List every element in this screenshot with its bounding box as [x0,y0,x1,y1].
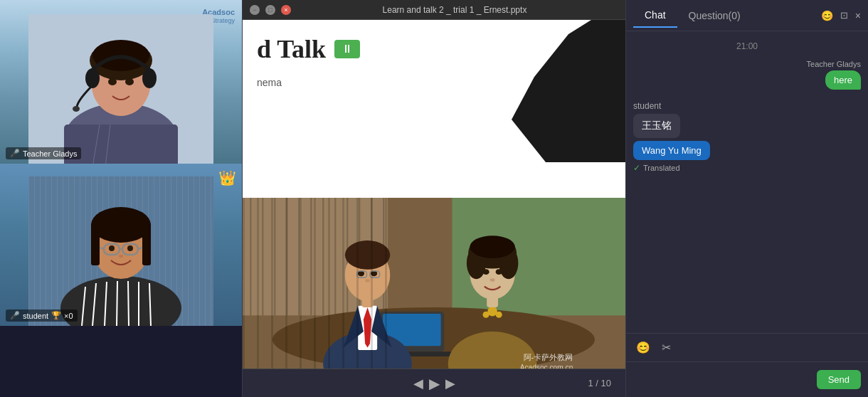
chinese-text-bubble: 王玉铭 [633,114,680,138]
svg-point-10 [125,78,134,85]
translated-name-bubble: Wang Yu Ming [633,141,710,160]
teacher-name: Teacher Gladys [23,149,77,158]
chat-header: Chat Question(0) 😊 ⊡ × [626,0,868,31]
svg-line-23 [128,281,129,326]
slide-cinema-text: nema [257,77,282,88]
svg-line-22 [117,281,117,326]
slide-counter: 1 / 10 [588,378,611,388]
svg-point-81 [483,269,489,275]
translated-check: ✓ Translated [633,163,861,173]
teacher-message-sender: Teacher Gladys [633,60,861,68]
teacher-video-feed: Acadsoc Online Academic Strategy [0,0,242,164]
teacher-mic-icon: 🎤 [10,149,20,158]
timestamp: 21:00 [633,41,861,51]
svg-rect-11 [64,125,178,164]
maximize-button[interactable]: □ [265,5,275,15]
maximize-icon[interactable]: ⊡ [840,10,848,21]
trophy-count: ×0 [64,312,73,320]
slide-header: d Talk ⏸ [257,34,360,64]
close-button[interactable]: × [281,5,291,15]
svg-point-6 [85,68,100,88]
svg-point-83 [490,278,495,282]
window-title: Learn and talk 2 _ trial 1 _ Ernest.pptx [291,5,618,15]
presentation-controls: ◀ ▶ ▶ 1 / 10 [243,369,625,397]
table-background: 阿-卡萨外教网 Acadsoc.com.cn [243,198,625,369]
scissors-icon[interactable]: ✂ [662,341,671,354]
emoji-icon[interactable]: 😊 [821,10,833,21]
chat-input[interactable] [633,374,811,385]
teacher-video-bg: Acadsoc Online Academic Strategy [0,0,242,164]
svg-point-28 [91,207,151,243]
slide-title: d Talk [257,34,326,64]
title-bar: − □ × Learn and talk 2 _ trial 1 _ Ernes… [243,0,625,20]
emoji-bottom-icon[interactable]: 😊 [636,341,650,354]
translated-label: Translated [643,164,680,172]
prev-button[interactable]: ◀ [408,373,429,394]
slide-container: d Talk ⏸ nema [243,20,625,369]
teacher-label: 🎤 Teacher Gladys [6,147,81,159]
chat-header-icons: 😊 ⊡ × [821,10,861,21]
right-panel: Chat Question(0) 😊 ⊡ × 21:00 Teacher Gla… [626,0,868,397]
svg-text:Acadsoc.com.cn: Acadsoc.com.cn [520,364,573,369]
slide-photo: 阿-卡萨外教网 Acadsoc.com.cn [243,198,625,369]
left-panel: Acadsoc Online Academic Strategy [0,0,242,397]
slide-background: d Talk ⏸ nema [243,20,625,369]
svg-rect-29 [91,223,100,265]
student-video-feed: 👑 [0,164,242,326]
svg-point-37 [127,245,133,251]
svg-rect-30 [142,223,151,265]
svg-text:阿-卡萨外教网: 阿-卡萨外教网 [524,353,573,361]
svg-point-8 [73,106,80,112]
svg-point-7 [142,68,157,88]
teacher-message-bubble: here [825,70,861,90]
center-panel: − □ × Learn and talk 2 _ trial 1 _ Ernes… [242,0,626,397]
student-chat-label: student [633,101,861,111]
next-button[interactable]: ▶ [440,373,461,394]
teacher-message-row: Teacher Gladys here [633,60,861,90]
minimize-button[interactable]: − [250,5,260,15]
svg-point-74 [496,312,502,318]
chat-bottom-icons: 😊 ✂ [626,333,868,361]
paint-splash [512,20,625,162]
svg-point-36 [109,245,115,251]
student-name: student [23,312,48,320]
slide-pause-button[interactable]: ⏸ [334,40,360,58]
svg-point-9 [108,78,117,85]
crown-icon: 👑 [218,169,236,186]
controls-inner: ◀ ▶ ▶ 1 / 10 [243,373,625,394]
student-message-area: student 王玉铭 Wang Yu Ming ✓ Translated [633,101,861,173]
svg-point-73 [483,312,489,318]
svg-point-38 [119,255,123,258]
student-video-bg: 👑 [0,164,242,326]
chat-tab[interactable]: Chat [633,4,677,28]
wall-stripes [243,198,396,369]
student-label: 🎤 student 🏆 ×0 [6,309,78,322]
chat-input-row: Send [626,361,868,397]
check-icon: ✓ [633,163,640,173]
svg-point-82 [496,269,502,275]
teacher-figure-svg [28,14,213,164]
student-figure-svg [28,176,213,326]
title-bar-controls: − □ × [250,5,291,15]
send-button[interactable]: Send [817,370,861,389]
chat-body: 21:00 Teacher Gladys here student 王玉铭 Wa… [626,31,868,333]
presentation-area: d Talk ⏸ nema [243,20,625,369]
svg-point-80 [470,235,514,258]
question-tab[interactable]: Question(0) [677,4,752,27]
student-mic-icon: 🎤 [10,311,20,320]
chat-close-icon[interactable]: × [855,10,861,21]
play-button[interactable]: ▶ [429,375,440,392]
trophy-badge: 🏆 [51,311,61,320]
